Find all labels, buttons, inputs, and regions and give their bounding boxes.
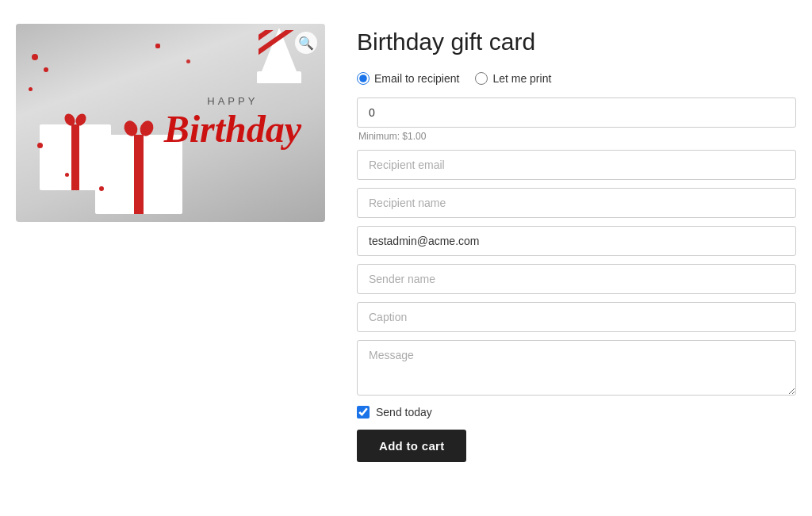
- radio-email-label: Email to recipient: [374, 72, 459, 85]
- send-today-checkbox[interactable]: [357, 406, 370, 419]
- confetti-5: [65, 173, 69, 177]
- minimum-text: Minimum: $1.00: [357, 131, 796, 142]
- send-today-label: Send today: [376, 406, 432, 419]
- hat-stripes: [259, 30, 300, 84]
- zoom-icon[interactable]: 🔍: [295, 32, 317, 54]
- amount-input[interactable]: [357, 97, 796, 128]
- birthday-text-container: HAPPY Birthday: [164, 95, 301, 151]
- gift-box-2-ribbon: [134, 135, 144, 214]
- happy-text: HAPPY: [164, 95, 301, 107]
- amount-group: Minimum: $1.00: [357, 97, 796, 142]
- gift-box-1-ribbon: [71, 124, 79, 190]
- radio-print-label: Let me print: [492, 72, 551, 85]
- radio-email[interactable]: [357, 72, 370, 85]
- recipient-email-group: [357, 150, 796, 180]
- left-column: HAPPY Birthday 🔍: [16, 24, 325, 222]
- confetti-8: [186, 59, 190, 63]
- sender-name-group: [357, 264, 796, 294]
- sender-email-group: [357, 226, 796, 256]
- recipient-name-group: [357, 188, 796, 218]
- gift-box-1-bow: [63, 113, 87, 126]
- gift-box-2: [95, 143, 182, 214]
- gift-card-image: HAPPY Birthday 🔍: [16, 24, 325, 222]
- delivery-options: Email to recipient Let me print: [357, 72, 796, 85]
- radio-print[interactable]: [475, 72, 488, 85]
- birthday-script: Birthday: [164, 109, 301, 151]
- sender-email-input[interactable]: [357, 226, 796, 256]
- radio-email-option[interactable]: Email to recipient: [357, 72, 459, 85]
- add-to-cart-button[interactable]: Add to cart: [357, 430, 466, 462]
- caption-group: [357, 302, 796, 332]
- gift-box-2-bow: [123, 120, 155, 136]
- message-textarea[interactable]: [357, 340, 796, 396]
- page-container: HAPPY Birthday 🔍 Birthday gift card Emai…: [0, 0, 812, 486]
- gift-card-image-inner: HAPPY Birthday 🔍: [16, 24, 325, 222]
- product-title: Birthday gift card: [357, 28, 796, 56]
- right-column: Birthday gift card Email to recipient Le…: [357, 24, 796, 462]
- confetti-2: [44, 67, 48, 72]
- sender-name-input[interactable]: [357, 264, 796, 294]
- message-group: [357, 340, 796, 398]
- send-today-row: Send today: [357, 406, 796, 419]
- caption-input[interactable]: [357, 302, 796, 332]
- confetti-1: [32, 54, 38, 60]
- confetti-3: [29, 87, 33, 91]
- recipient-email-input[interactable]: [357, 150, 796, 180]
- recipient-name-input[interactable]: [357, 188, 796, 218]
- radio-print-option[interactable]: Let me print: [475, 72, 551, 85]
- confetti-7: [155, 44, 160, 48]
